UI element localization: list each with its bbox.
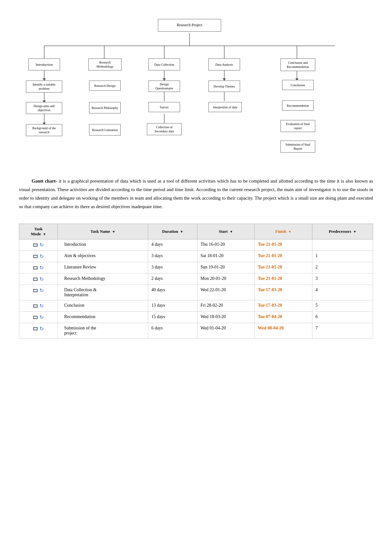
- fc-col5-item3: Evaluation of final report: [280, 120, 315, 132]
- fc-col4-item2: Interpretion of data: [208, 102, 242, 112]
- flowchart-connectors: [19, 13, 373, 164]
- duration-cell: 3 days: [148, 262, 197, 274]
- start-cell: Mon 20-01-20: [197, 274, 254, 285]
- th-task-mode[interactable]: TaskMode ▼: [19, 224, 58, 239]
- task-mode-cell: ↻: [19, 262, 58, 274]
- fc-col2-header: Research Methodology: [88, 58, 122, 70]
- duration-cell: 13 days: [148, 300, 197, 312]
- duration-cell: 3 days: [148, 251, 197, 262]
- gantt-table-body: ↻ Introduction4 daysThu 16-01-20Tue 21-0…: [19, 239, 373, 339]
- gantt-table-section: TaskMode ▼ Task Name ▼ Duration ▼ Start …: [19, 224, 373, 339]
- fc-col4-header: Data Analysis: [208, 58, 240, 70]
- table-row: ↻ Aim & objectives3 daysSat 18-01-20Tue …: [19, 251, 373, 262]
- start-cell: Wed 22-01-20: [197, 285, 254, 300]
- task-mode-cell: ↻: [19, 274, 58, 285]
- flowchart-container: Research Project Introduction Identify a…: [19, 13, 373, 164]
- task-mode-cell: ↻: [19, 323, 58, 339]
- th-finish[interactable]: Finish ▼: [255, 224, 312, 239]
- table-row: ↻ Conclusion13 daysFri 28-02-20Tue 17-03…: [19, 300, 373, 312]
- task-name-cell: Data Collection &Interpretation: [58, 285, 148, 300]
- gantt-bold-intro: Gantt chart-: [32, 178, 57, 184]
- finish-cell: Tue 21-01-20: [255, 239, 312, 251]
- fc-top-box: Research Project: [158, 19, 221, 32]
- start-cell: Fri 28-02-20: [197, 300, 254, 312]
- task-name-cell: Introduction: [58, 239, 148, 251]
- fc-col5-item1: Conclusion: [282, 80, 314, 90]
- start-cell: Wed 01-04-20: [197, 323, 254, 339]
- fc-col3-item2: Survey: [148, 102, 180, 112]
- fc-col1-item1: Identify a suitable problem: [26, 81, 62, 93]
- start-cell: Sat 18-01-20: [197, 251, 254, 262]
- th-duration[interactable]: Duration ▼: [148, 224, 197, 239]
- predecessors-cell: 3: [312, 274, 373, 285]
- duration-cell: 15 days: [148, 312, 197, 323]
- predecessors-cell: 6: [312, 312, 373, 323]
- table-header-row: TaskMode ▼ Task Name ▼ Duration ▼ Start …: [19, 224, 373, 239]
- finish-cell: Tue 21-01-20: [255, 251, 312, 262]
- fc-col4-item1: Develop Themes: [208, 81, 240, 92]
- fc-col1-header: Introduction: [28, 58, 60, 70]
- fc-col1-item3: Background of the research: [26, 124, 62, 136]
- task-mode-cell: ↻: [19, 239, 58, 251]
- predecessors-cell: 2: [312, 262, 373, 274]
- finish-cell: Tue 21-01-20: [255, 274, 312, 285]
- fc-col2-item1: Research Design: [89, 81, 121, 91]
- fc-col3-header: Data Collection: [148, 58, 180, 70]
- fc-col2-item3: Research Limitation: [89, 124, 121, 135]
- gantt-paragraph: Gantt chart- it is a graphical presentat…: [19, 177, 373, 211]
- fc-col1-item2: Design aims and objectives: [26, 102, 62, 114]
- predecessors-cell: 1: [312, 251, 373, 262]
- flowchart-section: Research Project Introduction Identify a…: [19, 13, 373, 164]
- start-cell: Wed 18-03-20: [197, 312, 254, 323]
- gantt-description: Gantt chart- it is a graphical presentat…: [19, 177, 373, 211]
- task-mode-cell: ↻: [19, 312, 58, 323]
- task-mode-cell: ↻: [19, 300, 58, 312]
- duration-cell: 40 days: [148, 285, 197, 300]
- task-name-cell: Literature Review: [58, 262, 148, 274]
- finish-cell: Tue 21-01-20: [255, 262, 312, 274]
- fc-col3-item1: Design Questionnaire: [148, 81, 180, 92]
- th-task-name[interactable]: Task Name ▼: [58, 224, 148, 239]
- fc-col5-header: Conclusion and Recommnedetion: [280, 58, 315, 71]
- task-name-cell: Conclusion: [58, 300, 148, 312]
- predecessors-cell: 5: [312, 300, 373, 312]
- duration-cell: 6 days: [148, 323, 197, 339]
- finish-cell: Tue 17-03-20: [255, 285, 312, 300]
- duration-cell: 2 days: [148, 274, 197, 285]
- fc-col5-item4: Submission of final Report: [280, 141, 315, 153]
- task-name-cell: Submission of theproject: [58, 323, 148, 339]
- task-name-cell: Research Methodology: [58, 274, 148, 285]
- finish-cell: Wed 08-04-20: [255, 323, 312, 339]
- th-start[interactable]: Start ▼: [197, 224, 254, 239]
- table-row: ↻ Research Methodology2 daysMon 20-01-20…: [19, 274, 373, 285]
- table-row: ↻ Data Collection &Interpretation40 days…: [19, 285, 373, 300]
- predecessors-cell: 4: [312, 285, 373, 300]
- fc-col2-item2: Research Philosophy: [89, 102, 121, 113]
- task-name-cell: Recommendation: [58, 312, 148, 323]
- task-mode-cell: ↻: [19, 251, 58, 262]
- predecessors-cell: [312, 239, 373, 251]
- task-mode-cell: ↻: [19, 285, 58, 300]
- start-cell: Sun 19-01-20: [197, 262, 254, 274]
- start-cell: Thu 16-01-20: [197, 239, 254, 251]
- table-row: ↻ Introduction4 daysThu 16-01-20Tue 21-0…: [19, 239, 373, 251]
- table-row: ↻ Literature Review3 daysSun 19-01-20Tue…: [19, 262, 373, 274]
- gantt-table: TaskMode ▼ Task Name ▼ Duration ▼ Start …: [19, 224, 373, 339]
- finish-cell: Tue 07-04-20: [255, 312, 312, 323]
- duration-cell: 4 days: [148, 239, 197, 251]
- th-predecessors[interactable]: Predecessors ▼: [312, 224, 373, 239]
- table-row: ↻ Submission of theproject6 daysWed 01-0…: [19, 323, 373, 339]
- fc-col5-item2: Recommendetion: [282, 100, 314, 111]
- finish-cell: Tue 17-03-20: [255, 300, 312, 312]
- predecessors-cell: 7: [312, 323, 373, 339]
- task-name-cell: Aim & objectives: [58, 251, 148, 262]
- fc-col3-item3: Collection of Secondary data: [147, 123, 182, 135]
- table-row: ↻ Recommendation15 daysWed 18-03-20Tue 0…: [19, 312, 373, 323]
